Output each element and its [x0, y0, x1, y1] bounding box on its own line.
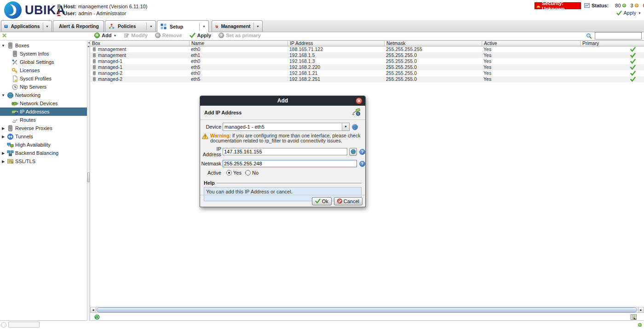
chevron-down-icon[interactable]: ▼: [342, 123, 349, 130]
tree-expanded-icon[interactable]: ▼: [1, 93, 6, 97]
tab-applications-label: Applications: [11, 23, 40, 29]
server-icon: [92, 53, 97, 58]
set-as-primary-button[interactable]: • Set as primary: [218, 33, 261, 38]
tree-item-sysctl-profiles[interactable]: Sysctl Profiles: [0, 74, 87, 83]
tree-item-ntp-servers[interactable]: Ntp Servers: [0, 83, 87, 91]
tree-collapsed-icon[interactable]: ▶: [1, 135, 6, 139]
splitter-grip[interactable]: [87, 172, 90, 182]
globe-icon[interactable]: [352, 124, 358, 130]
primary-check-icon: [630, 53, 636, 58]
close-icon[interactable]: ✕: [356, 97, 362, 104]
modify-button-label: Modify: [131, 33, 147, 38]
apply-button-label: Apply: [197, 33, 212, 38]
add-button[interactable]: + Add ▼: [94, 33, 116, 38]
status-count-ok[interactable]: 80: [615, 3, 626, 8]
tab-alert-reporting[interactable]: Alert & Reporting ▼: [53, 20, 104, 32]
remove-button[interactable]: − Remove: [155, 33, 182, 38]
status-count-warning[interactable]: 3: [631, 3, 638, 8]
column-header-ip-address[interactable]: IP Address: [288, 41, 384, 46]
tree-item-networking[interactable]: ▼ Networking: [0, 91, 87, 99]
sidebar-splitter[interactable]: ◄►: [87, 40, 90, 321]
cell-box: managed-2: [98, 76, 122, 82]
cell-box: managed-2: [98, 70, 122, 76]
globe-icon: [7, 92, 14, 99]
tree-item-ip-addresses[interactable]: IP Addresses: [0, 108, 87, 116]
table-row[interactable]: managed-1 eth0 192.168.1.3 255.255.255.0…: [90, 58, 644, 64]
security-status-label: Security: Unknown: [542, 0, 579, 11]
alarm-icon: [536, 4, 540, 8]
tree-item-boxes[interactable]: ▼ Boxes: [0, 41, 87, 50]
horizontal-scrollbar[interactable]: ◄ ►: [90, 307, 644, 313]
security-status-badge[interactable]: Security: Unknown: [535, 2, 581, 9]
help-icon[interactable]: ?: [359, 161, 365, 167]
host-info: Host: management (Version 6.11.10) User:…: [56, 3, 147, 17]
scrollbar-thumb[interactable]: [97, 307, 637, 312]
tree-collapsed-icon[interactable]: ▶: [1, 159, 6, 164]
tree-item-routes[interactable]: Routes: [0, 116, 87, 124]
scroll-right-arrow[interactable]: ►: [638, 307, 644, 312]
scroll-left-arrow[interactable]: ◄: [91, 307, 96, 312]
tab-policies[interactable]: Policies ▼: [105, 20, 156, 32]
column-header-primary[interactable]: Primary: [580, 41, 644, 46]
ip-address-input[interactable]: [223, 148, 347, 155]
tree-expanded-icon[interactable]: ▼: [1, 44, 6, 48]
tree-item-ssl-tls[interactable]: ▶ SSL/TLS: [0, 157, 87, 165]
cancel-button[interactable]: Cancel: [334, 197, 362, 205]
chevron-down-icon[interactable]: ▼: [202, 25, 206, 28]
table-row[interactable]: management eth0 188.165.71.122 255.255.2…: [90, 46, 644, 52]
tree-collapsed-icon[interactable]: ▶: [1, 151, 6, 155]
loading-progress-bar: [8, 322, 40, 328]
active-row: Active Yes No: [200, 170, 365, 176]
refresh-button[interactable]: [94, 314, 100, 321]
primary-check-icon: [630, 47, 636, 52]
active-yes-radio[interactable]: [226, 170, 232, 176]
tree-item-licenses[interactable]: Licenses: [0, 66, 87, 74]
tab-setup[interactable]: Setup ▼: [157, 20, 209, 32]
help-icon[interactable]: ?: [359, 149, 365, 155]
apply-button[interactable]: Apply: [190, 33, 212, 38]
primary-check-icon: [630, 77, 636, 82]
ok-button[interactable]: Ok: [312, 197, 332, 205]
tree-item-high-availability[interactable]: High Availability: [0, 141, 87, 149]
column-header-netmask[interactable]: Netmask: [384, 41, 482, 46]
server-icon: [92, 59, 97, 64]
dialog-section-title: Add IP Address: [204, 110, 242, 115]
netmask-input[interactable]: [223, 160, 357, 167]
connection-status-dot: [638, 322, 642, 328]
chevron-down-icon[interactable]: ▼: [256, 25, 259, 28]
tab-separator: [199, 23, 200, 30]
table-row[interactable]: managed-2 eth5 192.168.2.251 255.255.255…: [90, 76, 644, 82]
device-select[interactable]: managed-1 - eth5 ▼: [223, 123, 350, 131]
tree-item-reverse-proxies[interactable]: ▶ Reverse Proxies: [0, 124, 87, 132]
chevron-down-icon[interactable]: ▼: [46, 25, 49, 28]
tab-applications[interactable]: Applications ▼: [1, 20, 52, 32]
remove-button-label: Remove: [162, 33, 182, 38]
tree-item-network-devices[interactable]: Network Devices: [0, 99, 87, 108]
table-row[interactable]: management eth1 192.168.1.5 255.255.255.…: [90, 52, 644, 58]
column-header-box[interactable]: Box: [90, 41, 189, 46]
dialog-titlebar[interactable]: Add ✕: [200, 96, 365, 106]
tree-item-tunnels[interactable]: ▶ Tunnels: [0, 132, 87, 141]
column-header-name[interactable]: Name: [189, 41, 288, 46]
collapse-tree-icon[interactable]: ✕: [2, 33, 7, 39]
export-button[interactable]: [631, 314, 637, 321]
tree-collapsed-icon[interactable]: ▶: [1, 126, 6, 130]
tab-management[interactable]: Management ▼: [212, 20, 263, 32]
active-no-radio[interactable]: [245, 170, 251, 176]
cell-name: eth0: [189, 70, 288, 76]
global-apply-button[interactable]: Apply ▼: [616, 10, 641, 16]
table-row[interactable]: managed-2 eth0 192.168.1.21 255.255.255.…: [90, 70, 644, 76]
status-warning-value: 3: [631, 3, 633, 8]
warning-icon: [202, 133, 208, 139]
modify-button[interactable]: Modify: [124, 33, 147, 38]
chevron-down-icon[interactable]: ▼: [150, 25, 153, 28]
column-header-active[interactable]: Active: [482, 41, 580, 46]
ip-addresses-table: Box Name IP Address Netmask Active Prima…: [90, 40, 644, 82]
table-row[interactable]: managed-1 eth5 192.168.2.220 255.255.255…: [90, 64, 644, 70]
tree-item-backend-balancing[interactable]: ▶ Backend Balancing: [0, 149, 87, 157]
search-input[interactable]: [595, 32, 642, 40]
resolve-globe-button[interactable]: [349, 148, 357, 156]
primary-check-icon: [630, 65, 636, 70]
tree-item-global-settings[interactable]: Global Settings: [0, 58, 87, 66]
tree-item-system-infos[interactable]: System Infos: [0, 50, 87, 58]
